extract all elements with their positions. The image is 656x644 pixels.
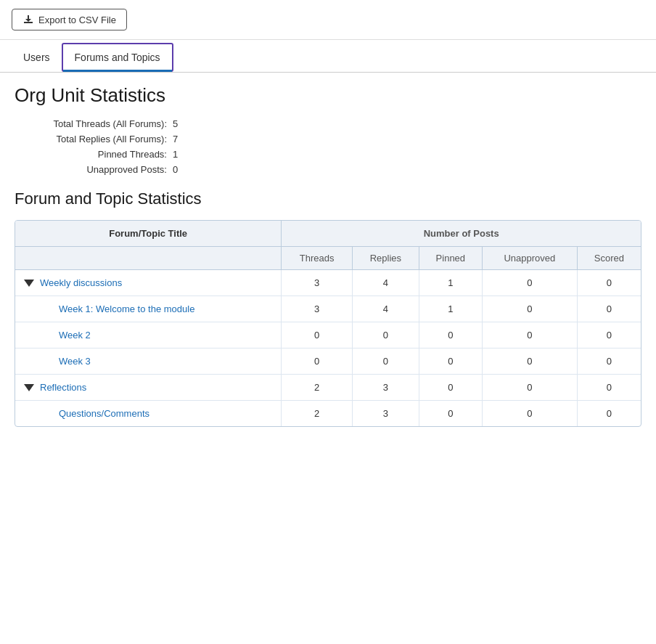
title-cell: Reflections — [15, 375, 282, 401]
stat-row-unapproved: Unapproved Posts: 0 — [15, 164, 641, 175]
title-cell: Week 1: Welcome to the module — [15, 296, 282, 322]
export-icon — [22, 14, 34, 25]
topic-link[interactable]: Week 2 — [24, 330, 274, 341]
table-row: Reflections 23000 — [15, 375, 641, 401]
col-subheader-pinned: Pinned — [419, 247, 482, 270]
tab-forums-topics[interactable]: Forums and Topics — [62, 43, 173, 72]
cell-threads: 3 — [282, 270, 353, 296]
cell-unapproved: 0 — [483, 375, 578, 401]
table-row: Questions/Comments23000 — [15, 401, 641, 427]
col-header-title: Forum/Topic Title — [15, 221, 282, 247]
stat-label-pinned: Pinned Threads: — [15, 149, 167, 160]
col-subheader-replies: Replies — [353, 247, 419, 270]
forum-link[interactable]: Weekly discussions — [40, 277, 122, 288]
col-subheader-threads: Threads — [282, 247, 353, 270]
cell-scored: 0 — [577, 270, 641, 296]
title-cell: Weekly discussions — [15, 270, 282, 296]
cell-scored: 0 — [577, 322, 641, 349]
stat-label-threads: Total Threads (All Forums): — [15, 118, 167, 129]
export-label: Export to CSV File — [38, 15, 116, 25]
svg-marker-2 — [25, 19, 31, 22]
collapse-icon[interactable] — [24, 384, 34, 391]
cell-replies: 3 — [353, 375, 419, 401]
stat-row-pinned: Pinned Threads: 1 — [15, 149, 641, 160]
cell-scored: 0 — [577, 375, 641, 401]
cell-unapproved: 0 — [483, 270, 578, 296]
forum-stats-title: Forum and Topic Statistics — [15, 189, 641, 208]
cell-threads: 3 — [282, 296, 353, 322]
cell-threads: 0 — [282, 322, 353, 349]
stat-value-threads: 5 — [173, 118, 178, 129]
forum-stats-table: Forum/Topic Title Number of Posts Thread… — [15, 221, 641, 426]
stat-label-unapproved: Unapproved Posts: — [15, 164, 167, 175]
topic-link[interactable]: Week 1: Welcome to the module — [24, 303, 274, 314]
tab-bar: Users Forums and Topics — [0, 43, 656, 73]
collapse-icon[interactable] — [24, 280, 34, 287]
export-csv-button[interactable]: Export to CSV File — [12, 9, 127, 30]
cell-pinned: 1 — [419, 296, 482, 322]
stat-value-pinned: 1 — [173, 149, 178, 160]
cell-threads: 2 — [282, 375, 353, 401]
forum-stats-table-container: Forum/Topic Title Number of Posts Thread… — [15, 220, 641, 427]
cell-replies: 0 — [353, 349, 419, 375]
stat-row-threads: Total Threads (All Forums): 5 — [15, 118, 641, 129]
cell-scored: 0 — [577, 401, 641, 427]
stat-value-unapproved: 0 — [173, 164, 178, 175]
table-row: Week 1: Welcome to the module34100 — [15, 296, 641, 322]
table-row: Week 200000 — [15, 322, 641, 349]
cell-pinned: 0 — [419, 401, 482, 427]
main-content: Org Unit Statistics Total Threads (All F… — [0, 73, 656, 439]
title-cell: Week 3 — [15, 349, 282, 375]
title-cell: Week 2 — [15, 322, 282, 349]
svg-rect-0 — [24, 22, 33, 23]
topic-link[interactable]: Questions/Comments — [24, 408, 274, 419]
cell-pinned: 1 — [419, 270, 482, 296]
col-header-num-posts: Number of Posts — [282, 221, 641, 247]
forum-link[interactable]: Reflections — [40, 382, 86, 393]
org-unit-stats: Total Threads (All Forums): 5 Total Repl… — [15, 118, 641, 175]
page-title: Org Unit Statistics — [15, 84, 641, 107]
col-subheader-scored: Scored — [577, 247, 641, 270]
cell-unapproved: 0 — [483, 296, 578, 322]
cell-replies: 4 — [353, 296, 419, 322]
cell-pinned: 0 — [419, 322, 482, 349]
tab-users[interactable]: Users — [12, 43, 62, 72]
cell-scored: 0 — [577, 296, 641, 322]
cell-unapproved: 0 — [483, 349, 578, 375]
toolbar: Export to CSV File — [0, 0, 656, 40]
col-subheader-title — [15, 247, 282, 270]
stat-row-replies: Total Replies (All Forums): 7 — [15, 134, 641, 144]
topic-link[interactable]: Week 3 — [24, 356, 274, 367]
table-row: Week 300000 — [15, 349, 641, 375]
cell-scored: 0 — [577, 349, 641, 375]
cell-replies: 0 — [353, 322, 419, 349]
table-row: Weekly discussions 34100 — [15, 270, 641, 296]
cell-pinned: 0 — [419, 375, 482, 401]
cell-unapproved: 0 — [483, 322, 578, 349]
cell-unapproved: 0 — [483, 401, 578, 427]
cell-replies: 4 — [353, 270, 419, 296]
title-cell: Questions/Comments — [15, 401, 282, 427]
stat-value-replies: 7 — [173, 134, 178, 144]
cell-pinned: 0 — [419, 349, 482, 375]
col-subheader-unapproved: Unapproved — [483, 247, 578, 270]
cell-threads: 0 — [282, 349, 353, 375]
stat-label-replies: Total Replies (All Forums): — [15, 134, 167, 144]
cell-replies: 3 — [353, 401, 419, 427]
cell-threads: 2 — [282, 401, 353, 427]
